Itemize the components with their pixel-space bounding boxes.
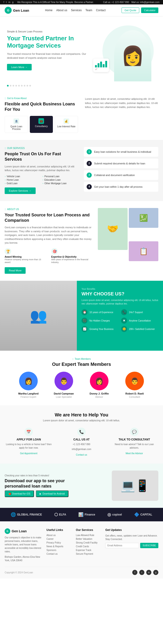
dot-5[interactable] (21, 85, 22, 86)
facebook-icon[interactable]: f (3, 1, 4, 4)
partner-name-1: ELFA (59, 513, 66, 516)
why-feat-2: 🚫 No Hidden Charges (81, 318, 119, 324)
process-card-quick: 🏦 Quick Loan Process (5, 116, 28, 133)
dot-4[interactable] (18, 85, 20, 86)
calculator-button[interactable]: Calculator (141, 8, 158, 13)
dot-2[interactable] (12, 85, 14, 86)
footer-link-news[interactable]: News & Reports (47, 545, 71, 548)
interest-icon: 💰 (64, 118, 69, 124)
nav-buttons: Get Quote Calculator (122, 8, 158, 13)
partner-finance: 📊 Finance (78, 512, 95, 517)
why-content: Your Benefits WHY CHOOSE US? Lorem ipsum… (77, 281, 163, 351)
dot-3[interactable] (15, 85, 17, 86)
contact-section: We are Here to Help You Lorem ipsum dolo… (0, 405, 163, 464)
expertise-icon: 🎯 (51, 248, 58, 254)
logo[interactable]: G Gen Loan (5, 7, 29, 14)
meet-advisor-link[interactable]: Meet the Advisor (126, 452, 143, 455)
services-left: OUR SERVICES People Trust On Us For Fast… (5, 147, 79, 194)
nav-about[interactable]: About us (56, 9, 67, 12)
app-mockup-image: 💻📱 (112, 470, 158, 501)
footer-service-2[interactable]: Strong Credit Facility (76, 542, 101, 544)
contact-us-link[interactable]: Contact us (76, 454, 87, 456)
app-title: Download our app to see your personalise… (5, 478, 88, 489)
feat-label-1: 24x7 Support (129, 311, 143, 314)
dot-8[interactable] (29, 85, 31, 86)
dot-6[interactable] (24, 85, 25, 86)
avatar-martha: 👩 (19, 372, 38, 390)
nav-team[interactable]: Team (85, 9, 92, 12)
footer-link-contact[interactable]: Contact us (47, 552, 71, 555)
nav-home[interactable]: Home (45, 9, 52, 12)
ios-download-button[interactable]: 🍎 Download for iOS (5, 490, 34, 497)
call-email: info@genloan.com (57, 448, 106, 451)
consultancy-icon: 💼 (38, 118, 44, 124)
apply-loan-text: Looking to buy a vehicle or home loan? t… (5, 442, 53, 450)
contact-columns: 📅 APPLY FOR LOAN Looking to buy a vehicl… (5, 428, 158, 456)
avatar-img-3: 👩 (90, 372, 109, 390)
app-content: Checking your rates in less than 5 minut… (5, 474, 88, 497)
loan-type-other: Other Mortgage Loan (42, 182, 79, 185)
why-section: 👥 Your Benefits WHY CHOOSE US? Lorem ips… (0, 281, 163, 351)
loan-types: Vehicle Loan Personal Loan Home Loan Edu… (5, 175, 79, 185)
footer-link-privacy[interactable]: Privacy Policy (47, 542, 71, 544)
loan-type-education: Education Loan (42, 178, 79, 181)
subscribe-button[interactable]: SUBSCRIBE (140, 543, 158, 548)
social-facebook[interactable]: f (132, 570, 137, 575)
nav-services[interactable]: Services (71, 9, 82, 12)
hero-title: Your Trusted Partner In Mortgage Service… (7, 35, 86, 49)
consultant-icon: 💬 (130, 428, 139, 436)
about-image-1: 🤝 (98, 208, 128, 250)
footer-service-5[interactable]: Secure Payment (76, 552, 101, 555)
support-icon: 📞 (121, 309, 127, 315)
top-bar-contact: Call us: +1 123 4567 890 Mail us: info@g… (103, 1, 160, 4)
about-images: 🤝 💹 📋 (98, 208, 158, 274)
step-4: 4 Get your loan within 1 day after all p… (84, 182, 158, 192)
about-image-3: 📋 (129, 241, 159, 261)
dot-7[interactable] (26, 85, 28, 86)
contact-col-consultant: 💬 TALK TO CONSULTANT Need to loan advice… (110, 428, 158, 456)
hero-chart: 📈 (93, 58, 109, 72)
linkedin-icon[interactable]: in (9, 1, 10, 4)
social-twitter[interactable]: t (139, 570, 144, 575)
feat-label-2: No Hidden Charges (89, 320, 110, 322)
quick-loan-icon: 🏦 (13, 118, 19, 124)
read-more-button[interactable]: Read More (5, 267, 26, 274)
footer-service-3[interactable]: Credit Cards (76, 545, 101, 548)
dot-1[interactable] (10, 85, 11, 86)
footer-link-aboutus[interactable]: About us (47, 534, 71, 536)
get-quote-button[interactable]: Get Quote (122, 8, 140, 13)
nav-contact[interactable]: Contact (96, 9, 106, 12)
hero-person-image: 👩 (114, 30, 151, 81)
step-2: 2 Submit required documents & details fo… (84, 158, 158, 168)
explore-services-button[interactable]: Explore Services → (5, 188, 36, 194)
process-card-consultancy: 💼 Consultancy (30, 116, 53, 133)
email-input[interactable] (105, 543, 139, 548)
award-text-2: With years of experience in the financia… (51, 258, 93, 264)
google-icon[interactable]: g (12, 1, 13, 4)
why-text: Lorem ipsum dolor sit amet, consectetur … (81, 298, 158, 306)
award-title-1: Award Winning (5, 256, 47, 258)
dot-active[interactable] (7, 85, 9, 86)
award-expertise: 🎯 Expertise & Objectivity With years of … (51, 248, 93, 264)
services-right: 1 Easy loan solutions for small business… (84, 147, 158, 194)
team-card-3: 👨 Robert D. Raeli Consultant (118, 372, 151, 398)
footer-link-career[interactable]: Career (47, 538, 71, 540)
twitter-icon[interactable]: t (6, 1, 7, 4)
footer-service-0[interactable]: Law Allowed Rule (76, 534, 101, 536)
footer-get-updates: Get Updates Get offers, news, updates ov… (105, 528, 158, 562)
footer-link-sponsors[interactable]: Sponsors (47, 549, 71, 552)
feat-label-5: 20K+ Satisfied Customer (129, 328, 155, 330)
services-label: OUR SERVICES (5, 147, 79, 150)
social-linkedin[interactable]: in (146, 570, 151, 575)
android-download-button[interactable]: ▶ Download for Android (36, 490, 68, 497)
award-icon: 🏆 (5, 248, 11, 254)
footer: G Gen Loan Our company's objective is to… (0, 521, 163, 578)
learn-more-button[interactable]: Learn More → (7, 64, 32, 70)
global-finance-icon: 🌐 (11, 512, 16, 517)
footer-service-4[interactable]: Expense Track (76, 549, 101, 552)
team-card-2: 👩 Donny J. Griffin Advisor (83, 372, 116, 398)
get-appointment-link[interactable]: Get Appointment (20, 452, 37, 455)
footer-service-1[interactable]: Better Valuation (76, 538, 101, 540)
avatar-img-2: 👨 (54, 372, 73, 390)
social-google[interactable]: g (153, 570, 158, 575)
